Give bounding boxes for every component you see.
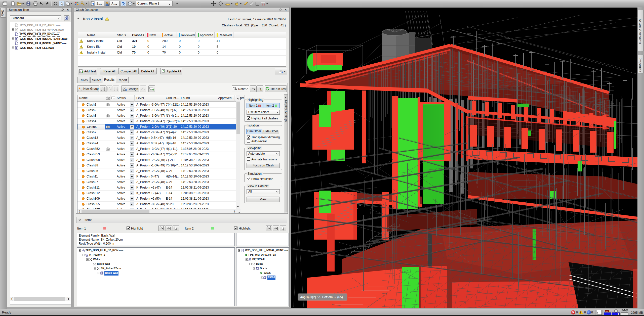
svg-text:4a(-3)-H(2) : A_Poziom -2 (65): 4a(-3)-H(2) : A_Poziom -2 (65): [300, 295, 343, 299]
